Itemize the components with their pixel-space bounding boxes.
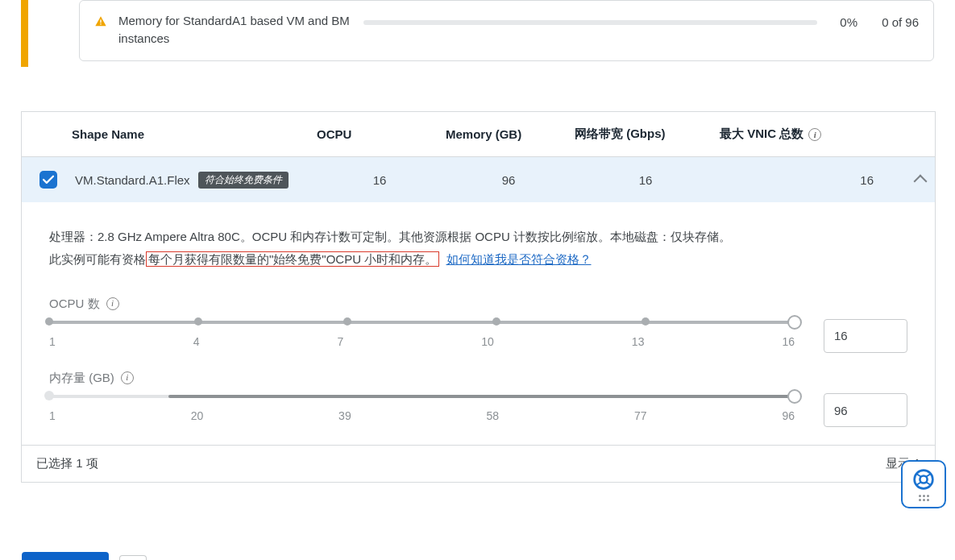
shape-row-selected[interactable]: VM.Standard.A1.Flex 符合始终免费条件 16 96 16 16 [22,157,935,202]
table-footer: 已选择 1 项 显示 1 [22,445,935,482]
ocpu-input[interactable] [824,319,907,353]
limit-item-memory: Memory for StandardA1 based VM and BM in… [79,0,934,61]
collapse-toggle[interactable] [903,173,935,186]
always-free-badge: 符合始终免费条件 [198,172,289,189]
limit-progress-bar [363,20,817,25]
info-icon[interactable]: i [121,371,134,384]
life-ring-icon [912,468,935,491]
ocpu-slider[interactable]: 1 4 7 10 13 16 [49,321,795,352]
shape-detail-body: 处理器：2.8 GHz Ampere Altra 80C。OCPU 和内存计数可… [22,202,935,445]
warning-icon [94,15,107,28]
shape-name: VM.Standard.A1.Flex [75,173,190,187]
row-checkbox[interactable] [39,171,57,189]
shape-table-panel: Shape Name OCPU Memory (GB) 网络带宽 (Gbps) … [21,111,936,483]
memory-input[interactable] [824,393,907,427]
selected-count: 已选择 1 项 [36,456,98,471]
svg-point-3 [920,475,927,483]
memory-slider-thumb[interactable] [787,389,802,404]
col-ocpu[interactable]: OCPU [313,127,442,141]
ocpu-tick-labels: 1 4 7 10 13 16 [49,332,795,352]
svg-rect-1 [100,23,101,24]
svg-point-2 [915,470,933,488]
memory-label: 内存量 (GB) [49,367,114,388]
highlighted-text: 每个月获得有限数量的"始终免费"OCPU 小时和内存。 [146,251,439,267]
row-max-vnic: 16 [716,173,903,187]
shape-table-header: Shape Name OCPU Memory (GB) 网络带宽 (Gbps) … [22,112,935,157]
limit-percent: 0% [828,15,857,29]
col-max-vnic[interactable]: 最大 VNIC 总数 i [716,127,903,142]
memory-slider-section: 内存量 (GB) i 1 20 39 58 77 [49,367,907,427]
col-memory[interactable]: Memory (GB) [442,127,571,141]
processor-description: 处理器：2.8 GHz Ampere Altra 80C。OCPU 和内存计数可… [49,226,907,247]
eligibility-link[interactable]: 如何知道我是否符合资格？ [446,252,592,266]
limit-count: 0 of 96 [869,15,919,29]
row-bandwidth: 16 [571,173,716,187]
ocpu-slider-thumb[interactable] [787,315,802,330]
row-ocpu: 16 [313,173,442,187]
primary-button[interactable] [22,552,109,560]
limits-warning-panel: Memory for StandardA1 based VM and BM in… [21,0,936,67]
help-fab[interactable] [901,460,946,508]
memory-tick-labels: 1 20 39 58 77 96 [49,406,795,426]
secondary-button[interactable] [119,555,147,560]
col-shape-name[interactable]: Shape Name [72,127,313,141]
info-icon[interactable]: i [808,128,821,141]
col-bandwidth[interactable]: 网络带宽 (Gbps) [571,127,716,142]
ocpu-label: OCPU 数 [49,293,100,314]
memory-slider[interactable]: 1 20 39 58 77 96 [49,395,795,426]
row-memory: 96 [442,173,571,187]
info-icon[interactable]: i [106,297,119,310]
drag-dots-icon [919,495,929,501]
ocpu-slider-section: OCPU 数 i 1 4 [49,293,907,353]
free-tier-note: 此实例可能有资格每个月获得有限数量的"始终免费"OCPU 小时和内存。 如何知道… [49,249,907,270]
chevron-up-icon [914,175,928,189]
svg-rect-0 [100,19,101,23]
limit-item-label: Memory for StandardA1 based VM and BM in… [118,12,352,48]
